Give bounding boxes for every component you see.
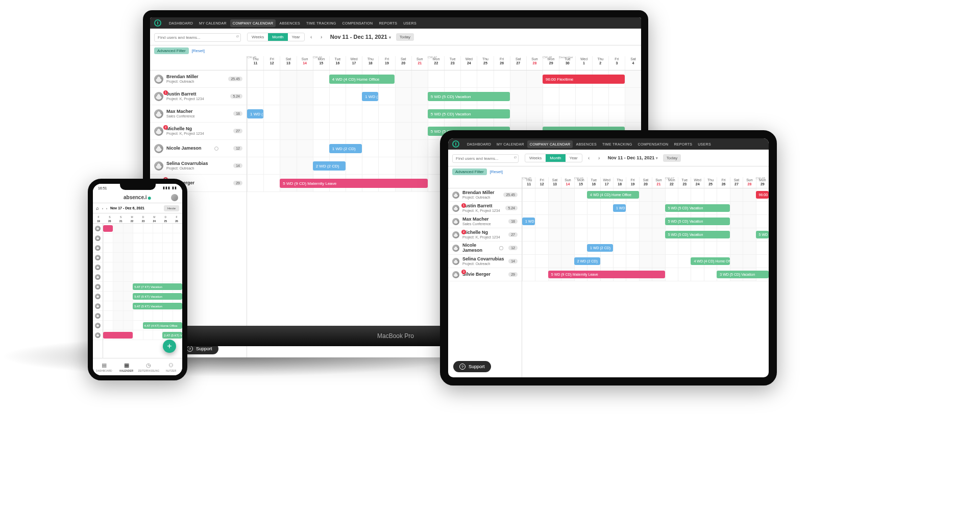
search-input[interactable] (154, 33, 241, 42)
person-row[interactable]: Brendan MillerProject: Outreach25.45 (150, 70, 247, 88)
date-range[interactable]: Nov 17 - Dez 6, 2021 (110, 206, 144, 210)
nav-users[interactable]: USERS (695, 140, 714, 148)
person-row[interactable]: Max MacherSales Conference18 (150, 105, 247, 123)
nav-time-tracking[interactable]: TIME TRACKING (304, 19, 339, 27)
absence-bar[interactable]: 4 AT (4 KT) Home Office (143, 322, 183, 329)
absence-bar[interactable]: 4 WD (4 CD) Home Office (329, 75, 395, 84)
absence-bar[interactable]: 2 AT (5 KT) Vaca (162, 332, 182, 339)
absence-bar[interactable]: 5 WD (9 CD) Maternity Leave (548, 271, 665, 278)
avatar (95, 255, 101, 260)
support-button[interactable]: ? Support (453, 361, 491, 372)
absence-bar[interactable]: 1 WD (522, 218, 535, 225)
next-icon[interactable]: › (318, 33, 325, 40)
day-col: Sat4 (625, 56, 641, 70)
today-button[interactable]: Today (663, 154, 681, 162)
nav-reports[interactable]: REPORTS (376, 19, 400, 27)
next-icon[interactable]: › (106, 207, 107, 210)
absence-bar[interactable]: 5 WD (5 CD) Vacation (665, 218, 730, 225)
person-row[interactable]: Nicole Jameson12 (448, 242, 522, 255)
person-row[interactable]: Nicole Jameson12 (150, 140, 247, 157)
nav-my-calendar[interactable]: MY CALENDAR (197, 19, 229, 27)
absence-bar[interactable]: 5 WD (9 CD) Maternity Leave (280, 179, 428, 188)
prev-icon[interactable]: ‹ (585, 154, 593, 161)
absence-bar[interactable]: 96:00 Flex (756, 191, 769, 199)
reset-filter-link[interactable]: [Reset] (192, 49, 205, 53)
prev-icon[interactable]: ‹ (102, 207, 103, 210)
absence-bar[interactable]: 2 WD (2 CD) (574, 257, 600, 265)
view-weeks[interactable]: Weeks (248, 33, 268, 41)
absence-bar[interactable]: 5 WD (5 (756, 231, 769, 238)
nav-absences[interactable]: ABSENCES (573, 140, 599, 148)
absence-bar[interactable]: 5 AT (5 KT) Vacation (133, 293, 182, 300)
absence-bar[interactable]: 5 AT (5 KT) Vacation (133, 303, 182, 309)
view-weeks[interactable]: Weeks (525, 154, 546, 162)
today-button[interactable]: Today (396, 33, 414, 41)
advanced-filter-button[interactable]: Advanced Filter (154, 47, 189, 54)
search-icon[interactable]: ⌕ (96, 205, 99, 211)
tab-zeiterfassung[interactable]: ◷ZEITERFASSUNG (138, 358, 160, 375)
nav-reports[interactable]: REPORTS (671, 140, 695, 148)
absence-bar[interactable]: 5 WD (5 CD) Vacation (428, 92, 510, 101)
absence-bar[interactable]: 1 WD ( (247, 109, 263, 118)
absence-bar[interactable]: 1 WD (613, 204, 626, 212)
absence-bar[interactable]: 5 WD (5 CD) Vacation (665, 204, 730, 212)
person-row[interactable]: Max MacherSales Conference18 (448, 215, 522, 228)
tab-kalender[interactable]: ▦KALENDER (115, 358, 138, 375)
view-year[interactable]: Year (566, 154, 582, 162)
absence-bar[interactable]: 96:00 Flexitime (543, 75, 625, 84)
tab-dashboard[interactable]: ▦DASHBOARD (93, 358, 115, 375)
absence-bar[interactable]: 1 WD (2 CD) (587, 244, 613, 252)
day-col: Sat13 (280, 56, 296, 70)
next-icon[interactable]: › (596, 154, 603, 161)
person-row[interactable]: Selina CovarrubiasProject: Outreach14 (150, 157, 247, 175)
nav-my-calendar[interactable]: MY CALENDAR (494, 140, 527, 148)
absence-bar[interactable]: 1 WD (2 CD) (329, 144, 362, 153)
absence-bar[interactable] (103, 225, 113, 232)
nav-compensation[interactable]: COMPENSATION (340, 19, 376, 27)
prev-icon[interactable]: ‹ (308, 33, 315, 40)
absence-bar[interactable]: 2 WD (2 CD) (313, 161, 346, 171)
reset-filter-link[interactable]: [Reset] (490, 170, 503, 174)
absence-bar[interactable]: 5 WD (5 CD) Vacation (665, 231, 730, 238)
nav-absences[interactable]: ABSENCES (277, 19, 303, 27)
today-button[interactable]: Heute (164, 205, 179, 211)
avatar[interactable] (171, 194, 178, 201)
view-year[interactable]: Year (288, 33, 304, 41)
nav-compensation[interactable]: COMPENSATION (635, 140, 671, 148)
view-month[interactable]: Month (268, 33, 287, 41)
person-row[interactable]: Brendan MillerProject: Outreach25.45 (448, 188, 522, 202)
person-row[interactable]: Selina CovarrubiasProject: Outreach14 (448, 255, 522, 268)
nav-time-tracking[interactable]: TIME TRACKING (600, 140, 635, 148)
absence-bar[interactable]: 5 WD (5 CD) Vacation (428, 109, 510, 118)
search-icon[interactable]: ⌕ (236, 33, 239, 38)
tab-nutzer[interactable]: ⚇NUTZER (160, 358, 182, 375)
avatar (452, 218, 459, 225)
person-row[interactable]: 3Silvie Berger29 (448, 268, 522, 281)
day-col: Tue23 (678, 177, 691, 188)
date-range[interactable]: Nov 11 - Dec 11, 2021 ▾ (330, 34, 391, 40)
absence-bar[interactable]: 3 WD (5 CD) Vacation (717, 271, 769, 278)
add-button[interactable]: + (163, 340, 176, 353)
search-input[interactable] (452, 154, 519, 163)
person-name: Nicole Jameson (166, 146, 202, 151)
nav-dashboard[interactable]: DASHBOARD (166, 19, 195, 27)
nav-company-calendar[interactable]: COMPANY CALENDAR (527, 140, 573, 148)
absence-bar[interactable]: 4 WD (4 CD) Home Office (691, 257, 729, 265)
top-nav: DASHBOARDMY CALENDARCOMPANY CALENDARABSE… (150, 17, 641, 29)
absence-bar[interactable]: 5 AT (7 KT) Vacation (133, 283, 182, 290)
person-row[interactable]: 2Michelle NgProject: K, Project 123427 (150, 123, 247, 140)
person-row[interactable]: 1Justin BarrettProject: K, Project 12345… (150, 88, 247, 105)
help-icon: ? (459, 364, 465, 370)
view-month[interactable]: Month (546, 154, 565, 162)
nav-dashboard[interactable]: DASHBOARD (464, 140, 494, 148)
date-range[interactable]: Nov 11 - Dec 11, 2021 ▾ (608, 155, 658, 160)
search-icon[interactable]: ⌕ (514, 154, 517, 159)
absence-bar[interactable]: 1 WD ( (362, 92, 378, 101)
advanced-filter-button[interactable]: Advanced Filter (452, 168, 487, 175)
absence-bar[interactable] (103, 332, 133, 339)
person-row[interactable]: 2Michelle NgProject: K, Project 123427 (448, 228, 522, 242)
person-row[interactable]: 1Justin BarrettProject: K, Project 12345… (448, 202, 522, 215)
nav-company-calendar[interactable]: COMPANY CALENDAR (230, 19, 276, 27)
nav-users[interactable]: USERS (401, 19, 419, 27)
absence-bar[interactable]: 4 WD (4 CD) Home Office (587, 191, 639, 199)
